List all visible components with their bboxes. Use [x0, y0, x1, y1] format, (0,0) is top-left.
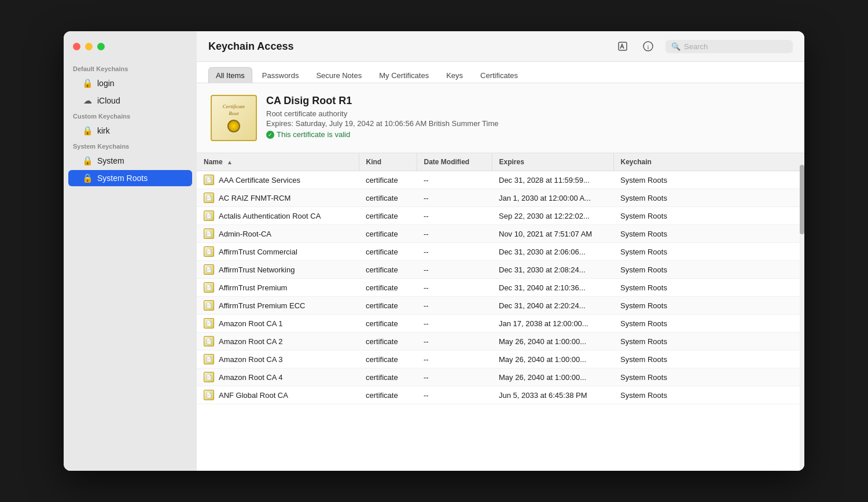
search-icon: 🔍: [671, 42, 681, 51]
cert-seal: [227, 120, 240, 132]
table-row[interactable]: 📄 Actalis Authentication Root CA certifi…: [197, 207, 804, 225]
table-row[interactable]: 📄 AAA Certificate Services certificate -…: [197, 171, 804, 189]
table-row[interactable]: 📄 Amazon Root CA 1 certificate -- Jan 17…: [197, 315, 804, 333]
cloud-icon: ☁: [82, 95, 93, 106]
col-header-date[interactable]: Date Modified: [417, 153, 492, 171]
sidebar-item-system[interactable]: 🔒 System: [68, 153, 192, 169]
tab-passwords[interactable]: Passwords: [255, 67, 307, 83]
cell-keychain: System Roots: [613, 207, 804, 225]
minimize-button[interactable]: [85, 43, 93, 50]
cert-row-icon: 📄: [204, 372, 214, 382]
cert-row-icon: 📄: [204, 354, 214, 364]
table-row[interactable]: 📄 AffirmTrust Premium certificate -- Dec…: [197, 279, 804, 297]
cell-expires: May 26, 2040 at 1:00:00...: [492, 368, 613, 386]
main-content: Keychain Access i 🔍: [197, 31, 804, 471]
sidebar-item-icloud[interactable]: ☁ iCloud: [68, 93, 192, 109]
info-button[interactable]: i: [640, 38, 656, 54]
cell-keychain: System Roots: [613, 333, 804, 350]
cert-row-icon: 📄: [204, 193, 214, 203]
cell-keychain: System Roots: [613, 243, 804, 261]
cell-expires: Dec 31, 2028 at 11:59:59...: [492, 171, 613, 189]
table-row[interactable]: 📄 Amazon Root CA 2 certificate -- May 26…: [197, 333, 804, 350]
cell-date: --: [417, 279, 492, 297]
search-box[interactable]: 🔍: [665, 40, 793, 53]
cell-keychain: System Roots: [613, 261, 804, 279]
sidebar-item-system-roots[interactable]: 🔒 System Roots: [68, 170, 192, 186]
cell-expires: May 26, 2040 at 1:00:00...: [492, 333, 613, 350]
cell-kind: certificate: [359, 297, 417, 315]
edit-button[interactable]: [615, 38, 631, 54]
cell-kind: certificate: [359, 315, 417, 333]
sidebar-item-system-label: System: [97, 156, 124, 165]
cert-row-icon: 📄: [204, 246, 214, 257]
cert-type: Root certificate authority: [266, 109, 790, 118]
cell-keychain: System Roots: [613, 279, 804, 297]
cell-name: 📄 AAA Certificate Services: [197, 171, 359, 189]
cert-row-icon: 📄: [204, 264, 214, 275]
tab-my-certificates[interactable]: My Certificates: [372, 67, 436, 83]
table-body: 📄 AAA Certificate Services certificate -…: [197, 171, 804, 404]
table-row[interactable]: 📄 AffirmTrust Networking certificate -- …: [197, 261, 804, 279]
cell-name: 📄 Amazon Root CA 2: [197, 333, 359, 350]
sidebar-item-kirk-label: kirk: [97, 126, 110, 135]
close-button[interactable]: [73, 43, 80, 50]
cert-valid-status: ✓ This certificate is valid: [266, 130, 790, 139]
maximize-button[interactable]: [97, 43, 105, 50]
cell-kind: certificate: [359, 261, 417, 279]
cell-expires: Dec 31, 2030 at 2:06:06...: [492, 243, 613, 261]
cert-expiry: Expires: Saturday, July 19, 2042 at 10:0…: [266, 119, 790, 128]
col-header-keychain[interactable]: Keychain: [613, 153, 804, 171]
col-header-kind[interactable]: Kind: [359, 153, 417, 171]
tab-keys[interactable]: Keys: [439, 67, 470, 83]
sidebar-item-login[interactable]: 🔒 login: [68, 75, 192, 91]
cell-name: 📄 Actalis Authentication Root CA: [197, 207, 359, 225]
cell-date: --: [417, 243, 492, 261]
cell-expires: Sep 22, 2030 at 12:22:02...: [492, 207, 613, 225]
cell-kind: certificate: [359, 333, 417, 350]
cell-name: 📄 AffirmTrust Premium ECC: [197, 297, 359, 315]
tab-certificates[interactable]: Certificates: [473, 67, 525, 83]
tab-secure-notes[interactable]: Secure Notes: [308, 67, 369, 83]
cell-kind: certificate: [359, 243, 417, 261]
cert-preview: CertificateRoot CA Disig Root R1 Root ce…: [197, 83, 804, 153]
system-keychains-label: System Keychains: [64, 139, 197, 152]
cell-keychain: System Roots: [613, 171, 804, 189]
cell-expires: Jan 17, 2038 at 12:00:00...: [492, 315, 613, 333]
cell-kind: certificate: [359, 171, 417, 189]
default-keychains-label: Default Keychains: [64, 62, 197, 75]
table-row[interactable]: 📄 AffirmTrust Commercial certificate -- …: [197, 243, 804, 261]
col-header-name[interactable]: Name ▲: [197, 153, 359, 171]
tab-all-items[interactable]: All Items: [208, 67, 252, 83]
cell-keychain: System Roots: [613, 225, 804, 243]
table-row[interactable]: 📄 Amazon Root CA 4 certificate -- May 26…: [197, 368, 804, 386]
table-row[interactable]: 📄 AC RAIZ FNMT-RCM certificate -- Jan 1,…: [197, 189, 804, 207]
search-input[interactable]: [684, 42, 787, 51]
sidebar-item-kirk[interactable]: 🔒 kirk: [68, 123, 192, 139]
cert-icon: CertificateRoot: [211, 95, 257, 141]
table-row[interactable]: 📄 ANF Global Root CA certificate -- Jun …: [197, 386, 804, 404]
cell-name: 📄 AffirmTrust Commercial: [197, 243, 359, 261]
col-header-expires[interactable]: Expires: [492, 153, 613, 171]
scrollbar-track[interactable]: [800, 153, 804, 471]
certificates-table: Name ▲ Kind Date Modified Expires: [197, 153, 804, 404]
table-row[interactable]: 📄 Amazon Root CA 3 certificate -- May 26…: [197, 350, 804, 368]
cell-date: --: [417, 315, 492, 333]
cell-date: --: [417, 171, 492, 189]
cell-date: --: [417, 189, 492, 207]
cell-keychain: System Roots: [613, 297, 804, 315]
cell-name: 📄 Amazon Root CA 3: [197, 350, 359, 368]
cell-keychain: System Roots: [613, 386, 804, 404]
cell-date: --: [417, 207, 492, 225]
cert-row-icon: 📄: [204, 211, 214, 221]
cell-date: --: [417, 333, 492, 350]
cell-name: 📄 AC RAIZ FNMT-RCM: [197, 189, 359, 207]
scrollbar-thumb[interactable]: [800, 165, 804, 234]
sidebar-item-icloud-label: iCloud: [97, 96, 120, 105]
certificates-table-container[interactable]: Name ▲ Kind Date Modified Expires: [197, 153, 804, 471]
cell-keychain: System Roots: [613, 189, 804, 207]
cell-keychain: System Roots: [613, 368, 804, 386]
table-row[interactable]: 📄 AffirmTrust Premium ECC certificate --…: [197, 297, 804, 315]
svg-text:i: i: [647, 43, 649, 50]
table-row[interactable]: 📄 Admin-Root-CA certificate -- Nov 10, 2…: [197, 225, 804, 243]
cert-row-icon: 📄: [204, 228, 214, 239]
